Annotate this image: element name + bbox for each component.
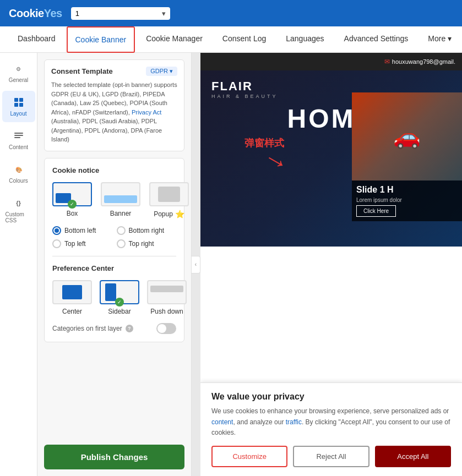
nav-consent-log[interactable]: Consent Log [214, 26, 275, 53]
radio-bottom-right [117, 226, 126, 235]
nav-cookie-manager[interactable]: Cookie Manager [137, 26, 211, 53]
bottom-right-label: Bottom right [129, 227, 165, 234]
cookie-notice-card: Cookie notice ✓ Box Banner [44, 158, 184, 342]
traffic-link[interactable]: traffic [286, 418, 302, 426]
nav-advanced-settings[interactable]: Advanced Settings [335, 26, 417, 53]
slide-info: Slide 1 H Lorem ipsum dolor Click Here [352, 180, 462, 221]
sidebar-item-general[interactable]: ⚙ General [2, 57, 35, 89]
banner-shape [104, 195, 137, 203]
sidebar-label-general: General [9, 77, 29, 83]
position-bottom-right[interactable]: Bottom right [117, 226, 177, 235]
top-right-label: Top right [129, 240, 154, 248]
nav-more[interactable]: More ▾ [419, 26, 460, 53]
sidebar-item-custom-css[interactable]: {} Custom CSS [2, 192, 35, 229]
domain-select[interactable]: 1 [71, 7, 170, 20]
sidebar-item-colours[interactable]: 🎨 Colours [2, 158, 35, 189]
svg-rect-6 [14, 137, 20, 138]
selected-check: ✓ [68, 200, 77, 209]
annotation: 弹窗样式 → [244, 136, 284, 176]
pref-sidebar-thumb: ✓ [100, 280, 139, 304]
collapse-handle[interactable]: ‹ [192, 256, 200, 273]
publish-btn-wrapper: Publish Changes [37, 438, 191, 476]
pref-pushdown-shape [150, 286, 183, 292]
categories-toggle-row: Categories on first layer ? [52, 323, 176, 334]
consent-popup: We value your privacy We use cookies to … [200, 382, 462, 476]
categories-toggle[interactable] [156, 323, 176, 334]
site-logo-sub: HAIR & BEAUTY [211, 94, 278, 99]
pref-types: Center ✓ Sidebar Push down [52, 280, 176, 315]
css-icon: {} [13, 197, 25, 209]
pref-center-title: Preference Center [52, 264, 176, 272]
svg-rect-1 [19, 98, 23, 102]
banner-thumb [101, 182, 140, 206]
position-top-left[interactable]: Top left [52, 239, 112, 248]
content-icon [13, 130, 25, 142]
template-card-header: Consent Template GDPR ▾ [51, 67, 177, 76]
cookie-notice-title: Cookie notice [52, 166, 176, 174]
consent-template-card: Consent Template GDPR ▾ The selected tem… [44, 59, 184, 151]
logo-accent: Yes [44, 7, 62, 19]
publish-button[interactable]: Publish Changes [44, 445, 184, 469]
cookie-type-box[interactable]: ✓ Box [52, 182, 92, 218]
svg-rect-4 [14, 133, 23, 134]
layout-icon [13, 96, 25, 108]
content-link[interactable]: content [211, 418, 233, 426]
radio-bottom-left [52, 226, 61, 235]
consent-title: We value your privacy [211, 392, 451, 402]
email-text: houxuwang798@gmail. [392, 58, 455, 65]
nav-cookie-banner[interactable]: Cookie Banner [67, 26, 135, 53]
customize-button[interactable]: Customize [211, 446, 287, 467]
pref-center-thumb [52, 280, 92, 304]
cookie-type-banner[interactable]: Banner [101, 182, 140, 218]
popup-label: Popup ⭐ [154, 210, 184, 218]
cookie-type-popup[interactable]: Popup ⭐ [149, 182, 189, 218]
nav-dashboard[interactable]: Dashboard [9, 26, 64, 53]
email-icon: ✉ [384, 58, 390, 65]
banner-label: Banner [110, 210, 132, 217]
slide-card: 🚗 Slide 1 H Lorem ipsum dolor Click Here [352, 92, 462, 225]
domain-selector-wrapper[interactable]: 1 [71, 7, 170, 20]
pref-type-center[interactable]: Center [52, 280, 92, 315]
radio-top-left [52, 239, 61, 248]
cookie-types: ✓ Box Banner Popup ⭐ [52, 182, 176, 218]
topbar: CookieYes 1 [0, 0, 462, 26]
gdpr-badge[interactable]: GDPR ▾ [146, 67, 177, 76]
box-label: Box [67, 210, 78, 217]
categories-label: Categories on first layer [52, 325, 122, 332]
preview-topbar: ✉ houxuwang798@gmail. [200, 53, 462, 70]
slide-button[interactable]: Click Here [356, 205, 396, 217]
accept-button[interactable]: Accept All [375, 446, 451, 467]
template-title: Consent Template [51, 67, 113, 75]
sidebar-item-layout[interactable]: Layout [2, 91, 35, 122]
reject-button[interactable]: Reject All [293, 446, 369, 467]
svg-rect-2 [14, 103, 18, 107]
sidebar-label-content: Content [9, 144, 28, 150]
nav-languages[interactable]: Languages [277, 26, 333, 53]
pref-center-shape [62, 285, 82, 299]
popup-shape [158, 187, 180, 202]
box-thumb: ✓ [52, 182, 92, 206]
premium-icon: ⭐ [175, 210, 184, 218]
site-logo-main: FLAIR [211, 79, 278, 94]
consent-buttons: Customize Reject All Accept All [211, 446, 451, 467]
sidebar: ⚙ General Layout Cont [0, 53, 37, 476]
position-grid: Bottom left Bottom right Top left Top ri… [52, 226, 176, 248]
privacy-act-link[interactable]: Privacy Act [132, 109, 161, 116]
sidebar-label-layout: Layout [10, 111, 26, 117]
sidebar-item-content[interactable]: Content [2, 124, 35, 156]
pref-type-pushdown[interactable]: Push down [147, 280, 187, 315]
popup-thumb [149, 182, 189, 206]
top-left-label: Top left [64, 240, 86, 248]
help-icon[interactable]: ? [126, 325, 133, 332]
svg-rect-0 [14, 98, 18, 102]
pref-type-sidebar[interactable]: ✓ Sidebar [100, 280, 139, 315]
navbar: Dashboard Cookie Banner Cookie Manager C… [0, 26, 462, 53]
svg-rect-5 [14, 135, 23, 136]
pref-pushdown-label: Push down [150, 308, 183, 315]
slide-image: 🚗 [352, 92, 462, 180]
logo: CookieYes [9, 7, 62, 20]
position-top-right[interactable]: Top right [117, 239, 177, 248]
position-bottom-left[interactable]: Bottom left [52, 226, 112, 235]
main-layout: ⚙ General Layout Cont [0, 53, 462, 476]
radio-top-right [117, 239, 126, 248]
